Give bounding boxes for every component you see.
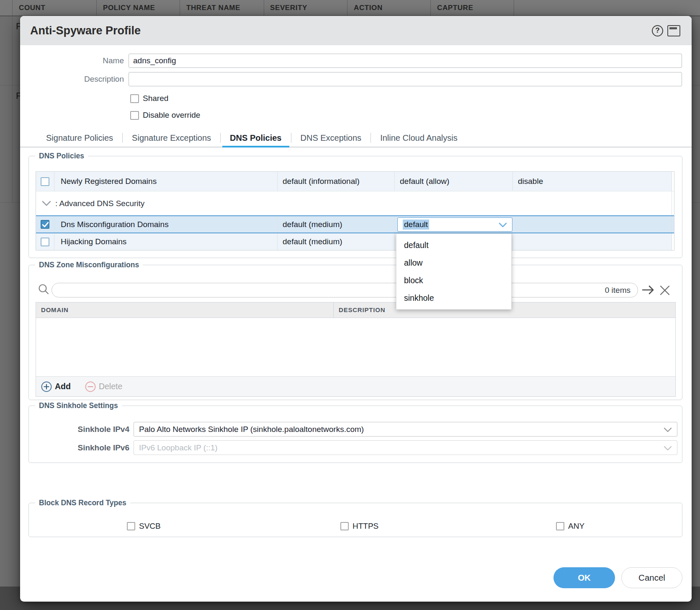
sinkhole-ipv6-label: Sinkhole IPv6 (29, 440, 129, 455)
dropdown-option-allow[interactable]: allow (396, 254, 511, 271)
policy-severity: default (medium) (277, 233, 394, 250)
dns-misconfiguration-checkbox[interactable] (41, 220, 49, 229)
block-dns-record-types-section: Block DNS Record Types SVCB HTTPS ANY (28, 503, 682, 537)
dropdown-option-sinkhole[interactable]: sinkhole (396, 289, 511, 307)
dns-policies-table: Newly Registered Domains default (inform… (36, 171, 674, 251)
domain-table: DOMAIN DESCRIPTION Add (36, 302, 676, 397)
disable-override-checkbox-row: Disable override (130, 111, 200, 120)
description-label: Description (20, 72, 124, 86)
tab-inline-cloud-analysis[interactable]: Inline Cloud Analysis (371, 130, 467, 147)
table-row-hijacking-domains[interactable]: Hijacking Domains default (medium) (36, 233, 674, 250)
column-divider (514, 0, 514, 16)
add-button[interactable]: Add (41, 381, 71, 392)
column-divider (347, 0, 347, 16)
disable-override-label: Disable override (143, 111, 200, 120)
description-input[interactable] (129, 72, 682, 86)
column-divider (264, 0, 264, 16)
dropdown-option-block[interactable]: block (396, 271, 511, 289)
chevron-down-icon (664, 446, 672, 451)
tab-signature-exceptions[interactable]: Signature Exceptions (123, 130, 220, 147)
chevron-down-icon (664, 427, 672, 432)
policy-name: Dns Misconfiguration Domains (54, 216, 277, 233)
policy-name: Hijacking Domains (54, 233, 277, 250)
any-checkbox-row: ANY (556, 522, 584, 531)
table-group-row-advanced-dns-security[interactable]: : Advanced DNS Security (36, 191, 674, 215)
scroll-gutter (672, 191, 674, 215)
cancel-button[interactable]: Cancel (621, 567, 682, 588)
column-header-threat-name: THREAT NAME (186, 0, 240, 16)
sinkhole-ipv4-value: Palo Alto Networks Sinkhole IP (sinkhole… (139, 425, 364, 434)
shared-checkbox[interactable] (130, 94, 139, 103)
sinkhole-ipv4-label: Sinkhole IPv4 (29, 422, 129, 437)
policy-packet-capture[interactable] (512, 233, 674, 250)
table-row-dns-misconfiguration-domains[interactable]: Dns Misconfiguration Domains default (me… (36, 215, 674, 233)
name-label: Name (20, 54, 124, 68)
dns-zone-misconfigurations-section: DNS Zone Misconfigurations 0 items DOMAI… (28, 265, 682, 400)
sinkhole-ipv6-select[interactable]: IPv6 Loopback IP (::1) (134, 440, 677, 455)
anti-spyware-profile-dialog: Anti-Spyware Profile ? Name Description … (20, 16, 692, 602)
table-left-gridline (12, 16, 13, 202)
clear-filter-icon[interactable] (659, 285, 670, 296)
sinkhole-ipv6-value: IPv6 Loopback IP (::1) (139, 443, 218, 452)
shared-checkbox-row: Shared (130, 94, 168, 103)
table-row-newly-registered-domains[interactable]: Newly Registered Domains default (inform… (36, 172, 674, 191)
hijacking-checkbox[interactable] (41, 238, 49, 246)
newly-registered-checkbox[interactable] (41, 177, 49, 186)
screen: COUNT POLICY NAME THREAT NAME SEVERITY A… (0, 0, 700, 610)
any-label: ANY (568, 522, 584, 531)
https-checkbox[interactable] (340, 522, 349, 530)
tab-dns-exceptions[interactable]: DNS Exceptions (291, 130, 371, 147)
policy-packet-capture[interactable]: disable (512, 172, 674, 191)
chevron-down-icon[interactable] (42, 201, 51, 206)
chevron-down-icon[interactable] (499, 222, 507, 227)
delete-button[interactable]: Delete (85, 381, 122, 392)
scroll-gutter (672, 233, 674, 250)
action-combobox[interactable]: default (397, 217, 512, 232)
dropdown-option-default[interactable]: default (396, 236, 511, 254)
action-dropdown-menu: default allow block sinkhole (396, 233, 512, 310)
items-count-badge: 0 items (605, 283, 631, 297)
svcb-checkbox[interactable] (127, 522, 135, 530)
tab-signature-policies[interactable]: Signature Policies (37, 130, 122, 147)
domain-column-header: DOMAIN (41, 306, 69, 313)
group-label: : Advanced DNS Security (55, 199, 144, 208)
scroll-gutter (672, 172, 674, 191)
checkmark-icon (42, 222, 49, 228)
svcb-checkbox-row: SVCB (127, 522, 161, 531)
tab-bar: Signature Policies Signature Exceptions … (20, 130, 692, 147)
apply-filter-arrow-icon[interactable] (642, 284, 655, 295)
disable-override-checkbox[interactable] (130, 111, 139, 120)
dns-policies-section: DNS Policies Newly Registered Domains de… (28, 156, 682, 258)
column-header-severity: SEVERITY (270, 0, 307, 16)
domain-table-body-empty[interactable] (36, 318, 675, 376)
restore-window-icon[interactable] (667, 25, 680, 36)
help-icon[interactable]: ? (652, 25, 663, 36)
column-header-action: ACTION (354, 0, 383, 16)
policy-action[interactable]: default (allow) (394, 172, 512, 191)
dns-policies-legend: DNS Policies (35, 152, 88, 160)
name-input[interactable] (129, 54, 682, 68)
dns-sinkhole-settings-section: DNS Sinkhole Settings Sinkhole IPv4 Palo… (28, 406, 682, 463)
policy-severity: default (informational) (277, 172, 394, 191)
column-header-count: COUNT (19, 0, 45, 16)
scroll-gutter (672, 216, 674, 233)
column-divider (430, 0, 431, 16)
sinkhole-ipv4-select[interactable]: Palo Alto Networks Sinkhole IP (sinkhole… (134, 422, 677, 437)
svcb-label: SVCB (139, 522, 161, 531)
https-checkbox-row: HTTPS (340, 522, 378, 531)
domain-search-input[interactable]: 0 items (51, 283, 638, 297)
column-divider (96, 0, 97, 16)
any-checkbox[interactable] (556, 522, 564, 530)
column-divider (180, 0, 180, 16)
column-header-policy-name: POLICY NAME (103, 0, 155, 16)
dialog-title: Anti-Spyware Profile (30, 16, 141, 45)
add-button-label: Add (55, 382, 71, 391)
tab-dns-policies[interactable]: DNS Policies (221, 130, 291, 147)
policy-severity: default (medium) (277, 216, 394, 233)
policy-action-cell: default (394, 216, 512, 233)
https-label: HTTPS (353, 522, 378, 531)
shared-label: Shared (143, 94, 168, 103)
policy-packet-capture (512, 216, 674, 233)
add-icon (41, 381, 52, 392)
ok-button[interactable]: OK (553, 567, 615, 588)
